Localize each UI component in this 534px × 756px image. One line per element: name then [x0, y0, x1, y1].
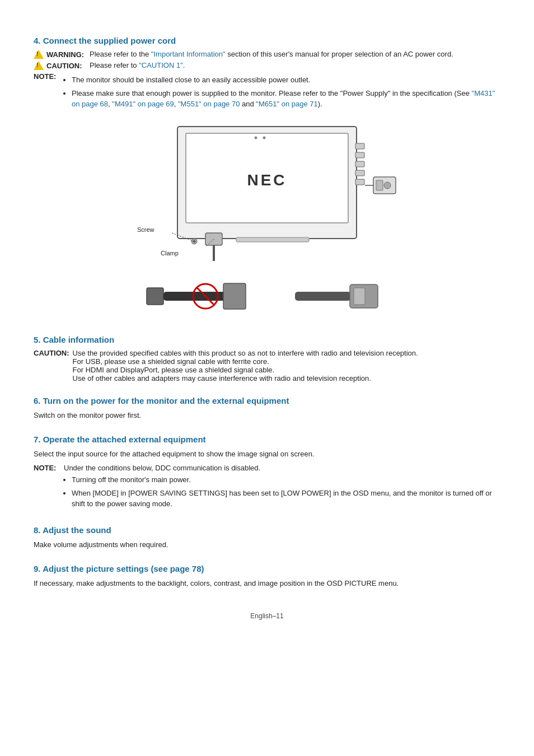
- section7-note-label: NOTE:: [34, 464, 60, 472]
- cable-diagram-left: [144, 271, 256, 321]
- svg-text:Clamp: Clamp: [161, 250, 179, 256]
- section6-number: 6.: [34, 396, 41, 405]
- section9-title: Adjust the picture settings (see page 78…: [43, 564, 204, 573]
- svg-rect-10: [236, 237, 309, 242]
- svg-text:NEC: NEC: [247, 171, 287, 189]
- svg-rect-26: [223, 283, 246, 309]
- caution-label: CAUTION:: [46, 62, 82, 70]
- section7-body: Select the input source for the attached…: [34, 449, 500, 460]
- svg-rect-24: [147, 288, 163, 305]
- caution-triangle-icon: [34, 61, 44, 70]
- section9-number: 9.: [34, 564, 41, 573]
- warning-text: Please refer to the "Important Informati…: [90, 50, 453, 58]
- svg-rect-25: [163, 292, 231, 301]
- section6-body: Switch on the monitor power first.: [34, 410, 500, 422]
- section8-body: Make volume adjustments when required.: [34, 539, 500, 551]
- svg-rect-8: [355, 170, 364, 176]
- svg-rect-17: [376, 180, 383, 190]
- section6-title: Turn on the power for the monitor and th…: [43, 396, 289, 405]
- section9-body: If necessary, make adjustments to the ba…: [34, 578, 500, 590]
- m491-link[interactable]: "M491" on page 69: [112, 100, 174, 108]
- section7-number: 7.: [34, 435, 41, 444]
- section5-caution-label: CAUTION:: [34, 349, 69, 357]
- section6-heading: 6. Turn on the power for the monitor and…: [34, 396, 500, 405]
- section8-number: 8.: [34, 525, 41, 535]
- svg-text:Screw: Screw: [137, 226, 154, 233]
- section7-title: Operate the attached external equipment: [43, 435, 206, 444]
- monitor-diagram-area: NEC Screw Clamp: [34, 121, 500, 267]
- svg-point-4: [263, 136, 266, 139]
- page-footer: English–11: [34, 612, 500, 620]
- svg-rect-7: [355, 161, 364, 167]
- section5-title: Cable information: [43, 335, 115, 344]
- cable-diagram-area: [34, 271, 500, 321]
- svg-point-18: [384, 182, 391, 189]
- section7-note-content: Under the conditions below, DDC communic…: [64, 464, 500, 512]
- warning-icon-wrap: WARNING:: [34, 50, 90, 59]
- caution-icon-wrap: CAUTION:: [34, 61, 90, 70]
- section4-heading: 4. Connect the supplied power cord: [34, 36, 500, 45]
- svg-point-3: [255, 136, 257, 139]
- section7-note: NOTE: Under the conditions below, DDC co…: [34, 464, 500, 512]
- svg-rect-9: [355, 179, 364, 185]
- section4-warning: WARNING: Please refer to the "Important …: [34, 50, 500, 59]
- section9-heading: 9. Adjust the picture settings (see page…: [34, 564, 500, 573]
- section7-bullet1: Turning off the monitor's main power.: [72, 474, 500, 486]
- section7-heading: 7. Operate the attached external equipme…: [34, 435, 500, 444]
- section8-heading: 8. Adjust the sound: [34, 525, 500, 535]
- note-bullet1: The monitor should be installed close to…: [72, 74, 500, 86]
- caution-text: Please refer to "CAUTION 1".: [90, 61, 185, 69]
- section5-heading: 5. Cable information: [34, 335, 500, 344]
- svg-rect-5: [355, 143, 364, 149]
- footer-text: English–11: [250, 612, 283, 620]
- section5-number: 5.: [34, 335, 41, 344]
- m651-link[interactable]: "M651" on page 71: [256, 100, 317, 108]
- section7-note-intro: Under the conditions below, DDC communic…: [64, 464, 260, 472]
- m551-link[interactable]: "M551" on page 70: [178, 100, 240, 108]
- cable-diagram-right: [289, 271, 390, 321]
- svg-rect-6: [355, 152, 364, 158]
- caution1-link[interactable]: "CAUTION 1": [139, 61, 183, 69]
- warning-triangle-icon: [34, 50, 44, 59]
- note-bullet2: Please make sure that enough power is su…: [72, 88, 500, 110]
- svg-rect-29: [295, 292, 351, 301]
- section5-caution-body: Use the provided specified cables with t…: [73, 349, 418, 382]
- section4-caution: CAUTION: Please refer to "CAUTION 1".: [34, 61, 500, 70]
- section4-number: 4.: [34, 36, 41, 45]
- note-content: The monitor should be installed close to…: [64, 72, 500, 112]
- note-label: NOTE:: [34, 72, 60, 81]
- monitor-diagram-svg: NEC Screw Clamp: [133, 121, 401, 267]
- section8-title: Adjust the sound: [43, 525, 111, 535]
- section5-caution: CAUTION: Use the provided specified cabl…: [34, 349, 500, 382]
- svg-rect-31: [354, 288, 365, 305]
- section4-note: NOTE: The monitor should be installed cl…: [34, 72, 500, 112]
- important-info-link[interactable]: "Important Information": [151, 50, 226, 58]
- section4-title: Connect the supplied power cord: [43, 36, 176, 45]
- section7-bullet2: When [MODE] in [POWER SAVING SETTINGS] h…: [72, 488, 500, 510]
- warning-label: WARNING:: [46, 50, 84, 59]
